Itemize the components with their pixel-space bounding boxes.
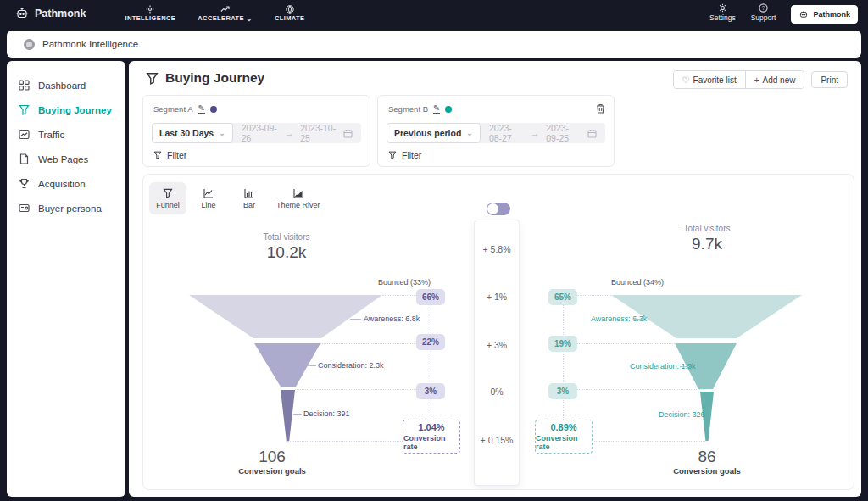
print-button[interactable]: Print (811, 71, 848, 88)
nav-intelligence[interactable]: INTELLIGENCE (125, 5, 175, 22)
edit-pencil-icon[interactable]: ✎ (433, 104, 440, 114)
segment-a-filter-button[interactable]: Filter (153, 150, 186, 160)
pathmonk-robot-icon (15, 8, 29, 19)
account-pathmonk-button[interactable]: Pathmonk (791, 5, 858, 24)
tab-funnel[interactable]: Funnel (149, 182, 186, 214)
breadcrumb: Pathmonk Intelligence (7, 31, 861, 58)
leader-line (350, 319, 361, 320)
segment-b-period-select[interactable]: Previous period ⌄ (387, 123, 481, 143)
chart-type-tabs: Funnel Line Bar (149, 182, 326, 214)
segment-a-date-range[interactable]: 2023-09-26 → 2023-10-25 (233, 123, 361, 143)
trophy-icon (19, 178, 31, 190)
top-navbar: Pathmonk INTELLIGENCE ACCELERATE⌄ (0, 0, 868, 27)
favorite-list-button[interactable]: ♡ Favorite list (674, 71, 745, 88)
funnel-a-total-label: Total visitors (236, 232, 337, 242)
funnel-a-bounced-label: Bounced (33%) (378, 278, 431, 287)
funnel-b-goals-value: 86 (656, 448, 758, 466)
header-button-group: ♡ Favorite list + Add new (673, 70, 805, 89)
funnel-b-awareness-pct-badge: 65% (548, 289, 577, 305)
add-new-button[interactable]: + Add new (745, 71, 804, 88)
dashboard-grid-icon (19, 80, 31, 92)
delta-total-visitors: + 5.8% (475, 244, 519, 254)
accelerate-icon (220, 5, 230, 14)
gear-icon (718, 3, 727, 13)
segment-b-filter-button[interactable]: Filter (388, 150, 421, 160)
heart-icon: ♡ (682, 75, 690, 85)
funnel-a-consideration-pct-badge: 22% (416, 334, 445, 350)
leader-line (680, 366, 689, 367)
tab-theme-river[interactable]: Theme River (271, 182, 326, 214)
segment-a-period-select[interactable]: Last 30 Days ⌄ (152, 123, 233, 143)
page-title: Buying Journey (146, 70, 264, 86)
calendar-icon (587, 129, 597, 138)
edit-pencil-icon[interactable]: ✎ (198, 104, 204, 114)
segment-b-color-dot (445, 106, 452, 113)
funnel-chart-card: Funnel Line Bar (142, 174, 854, 490)
funnel-b-consideration-pct-badge: 19% (548, 336, 577, 352)
theme-river-tab-icon (293, 188, 303, 198)
sidebar-item-buying-journey[interactable]: Buying Journey (7, 97, 125, 122)
plus-icon: + (754, 75, 760, 85)
funnel-b-goals-label: Conversion goals (656, 466, 758, 476)
dotted-connector (287, 441, 403, 442)
dotted-connector (382, 295, 416, 296)
sidebar-item-traffic[interactable]: Traffic (7, 122, 125, 147)
traffic-chart-icon (19, 129, 31, 141)
segment-a-name: Segment A (153, 104, 192, 114)
funnel-b-conversion-rate-box: 0.89% Conversion rate (535, 420, 593, 454)
filter-funnel-icon (388, 151, 397, 159)
funnel-a-goals-value: 106 (221, 448, 323, 466)
delta-conversion: + 0.15% (475, 435, 519, 445)
leader-line (693, 415, 700, 415)
brand-logo[interactable]: Pathmonk (15, 8, 86, 19)
nav-accelerate[interactable]: ACCELERATE⌄ (198, 5, 253, 23)
nav-climate[interactable]: CLIMATE (275, 5, 305, 22)
funnel-a-awareness-label: Awareness: 6.8k (364, 315, 420, 323)
line-chart-tab-icon (203, 188, 214, 198)
funnel-a-decision-label: Decision: 391 (303, 409, 350, 418)
breadcrumb-label: Pathmonk Intelligence (42, 39, 138, 49)
trash-icon[interactable] (596, 103, 605, 114)
funnel-a-consideration-label: Consideration: 2.3k (318, 361, 384, 370)
dotted-connector (577, 389, 700, 390)
comparison-toggle[interactable] (487, 203, 510, 215)
pathmonk-robot-icon-small (798, 10, 809, 19)
climate-globe-icon (286, 5, 294, 14)
chevron-down-icon: ⌄ (219, 129, 225, 137)
dotted-connector (320, 343, 416, 344)
segment-a-color-dot (210, 106, 217, 113)
pathmonk-mark-icon (24, 39, 35, 50)
sidebar-item-dashboard[interactable]: Dashboard (7, 73, 125, 97)
id-card-icon (19, 203, 31, 214)
sidebar-item-acquisition[interactable]: Acquisition (7, 171, 125, 196)
brand-name: Pathmonk (35, 8, 86, 19)
arrow-right-icon: → (531, 128, 540, 138)
dotted-connector (593, 441, 707, 442)
dotted-connector (577, 343, 675, 344)
sidebar-item-buyer-persona[interactable]: Buyer persona (7, 196, 125, 220)
funnel-a-decision-pct-badge: 3% (416, 383, 445, 399)
funnel-b-decision-pct-badge: 3% (548, 383, 577, 399)
funnel-b-total-value: 9.7k (656, 235, 758, 253)
intelligence-icon (146, 5, 154, 14)
funnel-a-awareness-segment[interactable] (189, 295, 382, 338)
calendar-icon (343, 129, 353, 138)
help-icon: ? (759, 3, 768, 13)
segment-a-card: Segment A ✎ Last 30 Days ⌄ 2023-09-26 → … (142, 95, 370, 167)
nav-support[interactable]: ? Support (751, 3, 776, 22)
comparison-panel: + 5.8% + 1% + 3% 0% + 0.15% (474, 220, 520, 486)
funnel-b-total-label: Total visitors (656, 224, 758, 233)
funnel-a-goals-label: Conversion goals (221, 466, 323, 476)
filter-funnel-icon (153, 151, 162, 159)
segment-b-date-range[interactable]: 2023-08-27 → 2023-09-25 (481, 123, 605, 143)
tab-bar[interactable]: Bar (231, 182, 268, 214)
main-panel: Buying Journey ♡ Favorite list + Add new… (129, 61, 861, 497)
funnel-icon (19, 104, 31, 116)
dotted-connector (563, 305, 564, 420)
chevron-down-icon: ⌄ (246, 14, 253, 23)
sidebar-item-web-pages[interactable]: Web Pages (7, 147, 125, 171)
tab-line[interactable]: Line (190, 182, 227, 214)
leader-line (633, 319, 644, 320)
funnel-a-decision-segment[interactable] (281, 390, 295, 441)
nav-settings[interactable]: Settings (709, 3, 736, 22)
